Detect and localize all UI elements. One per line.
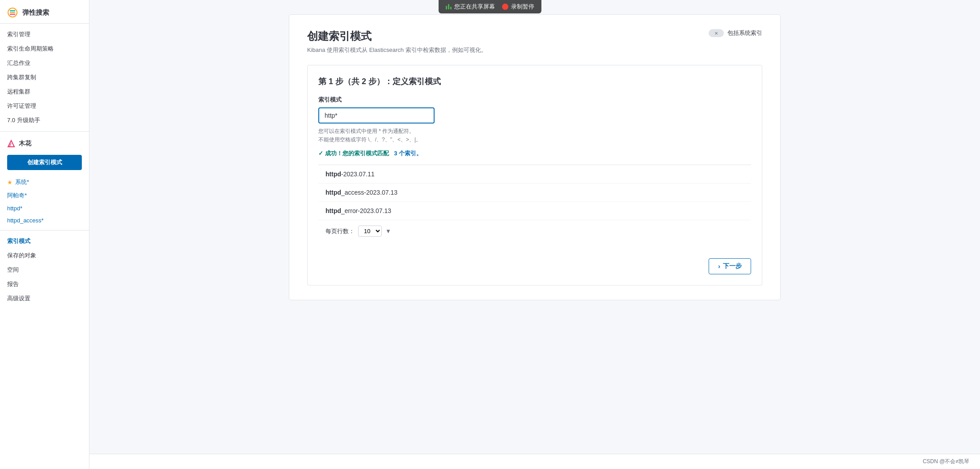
sidebar-item-reports[interactable]: 报告	[0, 277, 89, 291]
sidebar-quick-link-system[interactable]: ★ 系统*	[0, 175, 89, 189]
sidebar-item-rollup-jobs[interactable]: 汇总作业	[0, 56, 89, 70]
hint-text: 您可以在索引模式中使用 * 作为通配符。 不能使用空格或字符 \、/、?、"、<…	[318, 127, 751, 144]
index-row-2: httpd_access-2023.07.13	[318, 183, 751, 202]
chevron-down-icon: ▼	[385, 228, 391, 234]
sidebar-quick-link-httpd-access[interactable]: httpd_access*	[0, 214, 89, 226]
page-header-text: 创建索引模式 Kibana 使用索引模式从 Elasticsearch 索引中检…	[307, 29, 487, 54]
per-page-select[interactable]: 10 25 50	[358, 226, 382, 237]
muhua-logo-icon	[7, 140, 15, 148]
sidebar-item-index-patterns[interactable]: 索引模式	[0, 234, 89, 248]
sidebar-logo-text: 弹性搜索	[22, 9, 49, 17]
include-system-toggle-area: ✕ 包括系统索引	[709, 29, 762, 37]
toggle-x-icon: ✕	[709, 29, 724, 37]
index-pattern-input[interactable]	[318, 107, 435, 124]
sidebar-quick-link-httpd[interactable]: httpd*	[0, 202, 89, 214]
chevron-right-icon: ›	[718, 263, 720, 270]
signal-icon	[446, 4, 452, 9]
page-card: 创建索引模式 Kibana 使用索引模式从 Elasticsearch 索引中检…	[289, 14, 781, 300]
index-table: httpd-2023.07.11 httpd_access-2023.07.13…	[318, 165, 751, 242]
sidebar-item-remote-clusters[interactable]: 远程集群	[0, 85, 89, 99]
elastic-nav-section: 索引管理 索引生命周期策略 汇总作业 跨集群复制 远程集群 许可证管理 7.0 …	[0, 27, 89, 128]
step-container: 第 1 步（共 2 步）：定义索引模式 索引模式 您可以在索引模式中使用 * 作…	[307, 65, 762, 286]
sidebar-item-advanced-settings[interactable]: 高级设置	[0, 291, 89, 306]
success-message: ✓ 成功！您的索引模式匹配 3 个索引。	[318, 149, 751, 158]
sidebar-item-index-lifecycle[interactable]: 索引生命周期策略	[0, 42, 89, 56]
record-pause-button[interactable]: 录制暂停	[502, 3, 534, 11]
star-icon: ★	[7, 179, 13, 186]
page-footer: CSDN @不会≠凯琴	[89, 454, 980, 469]
share-text: 您正在共享屏幕	[454, 3, 495, 11]
step-actions: › 下一步	[318, 251, 751, 274]
pagination-row: 每页行数： 10 25 50 ▼	[318, 220, 751, 242]
page-title: 创建索引模式	[307, 29, 487, 43]
record-dot-icon	[502, 4, 508, 10]
index-row-1: httpd-2023.07.11	[318, 165, 751, 183]
field-label: 索引模式	[318, 96, 751, 104]
per-page-label: 每页行数：	[325, 227, 355, 235]
top-notification-bar: 您正在共享屏幕 录制暂停	[439, 0, 541, 13]
sidebar: 弹性搜索 索引管理 索引生命周期策略 汇总作业 跨集群复制 远程集群 许可证管理	[0, 0, 89, 469]
elastic-logo-section: 弹性搜索	[0, 0, 89, 24]
elastic-logo-icon	[7, 7, 18, 18]
main-content: 创建索引模式 Kibana 使用索引模式从 Elasticsearch 索引中检…	[89, 0, 980, 454]
app-wrapper: 弹性搜索 索引管理 索引生命周期策略 汇总作业 跨集群复制 远程集群 许可证管理	[0, 0, 980, 469]
footer-text: CSDN @不会≠凯琴	[923, 458, 969, 465]
index-pattern-field: 索引模式 您可以在索引模式中使用 * 作为通配符。 不能使用空格或字符 \、/、…	[318, 96, 751, 158]
sidebar-item-upgrade-assistant[interactable]: 7.0 升级助手	[0, 113, 89, 128]
muhua-group-label: 木花	[19, 140, 31, 148]
success-count-link[interactable]: 3 个索引。	[394, 149, 422, 158]
index-row-3: httpd_error-2023.07.13	[318, 202, 751, 220]
share-screen-notice: 您正在共享屏幕	[446, 3, 495, 11]
muhua-group-header: 木花	[0, 135, 89, 149]
page-header: 创建索引模式 Kibana 使用索引模式从 Elasticsearch 索引中检…	[307, 29, 762, 54]
create-index-pattern-button[interactable]: 创建索引模式	[7, 155, 82, 170]
record-text: 录制暂停	[511, 3, 534, 11]
sidebar-divider	[0, 131, 89, 132]
sidebar-item-license-management[interactable]: 许可证管理	[0, 99, 89, 113]
sidebar-item-index-management[interactable]: 索引管理	[0, 27, 89, 42]
sidebar-item-spaces[interactable]: 空间	[0, 263, 89, 277]
include-system-toggle[interactable]: ✕	[709, 29, 724, 37]
step-title: 第 1 步（共 2 步）：定义索引模式	[318, 76, 751, 87]
sidebar-item-cross-cluster[interactable]: 跨集群复制	[0, 70, 89, 85]
next-step-button[interactable]: › 下一步	[709, 258, 751, 274]
page-subtitle: Kibana 使用索引模式从 Elasticsearch 索引中检索数据，例如可…	[307, 46, 487, 54]
sidebar-quick-link-aqicha[interactable]: 阿帕奇*	[0, 189, 89, 202]
sidebar-item-saved-objects[interactable]: 保存的对象	[0, 248, 89, 263]
include-system-label: 包括系统索引	[727, 29, 762, 37]
sidebar-divider-2	[0, 230, 89, 230]
